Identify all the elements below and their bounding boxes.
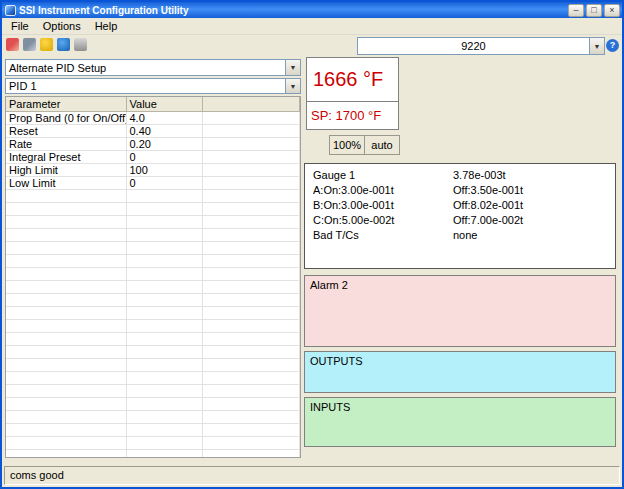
toolbar: 9220 ▼ ? bbox=[2, 35, 622, 57]
table-row[interactable] bbox=[6, 410, 300, 423]
table-row[interactable] bbox=[6, 397, 300, 410]
window-title: SSI Instrument Configuration Utility bbox=[19, 5, 568, 16]
close-button[interactable]: × bbox=[604, 4, 620, 17]
table-row[interactable] bbox=[6, 267, 300, 280]
table-row[interactable] bbox=[6, 280, 300, 293]
title-bar: SSI Instrument Configuration Utility – □… bbox=[2, 2, 622, 18]
table-row[interactable] bbox=[6, 228, 300, 241]
inputs-label: INPUTS bbox=[310, 401, 350, 413]
alarm-panel: Alarm 2 bbox=[304, 275, 616, 347]
status-text: coms good bbox=[4, 466, 620, 485]
menu-options[interactable]: Options bbox=[36, 19, 88, 34]
setup-select[interactable]: Alternate PID Setup ▼ bbox=[5, 59, 301, 76]
main-content: Alternate PID Setup ▼ PID 1 ▼ Parameter … bbox=[2, 57, 622, 464]
left-panel: Alternate PID Setup ▼ PID 1 ▼ Parameter … bbox=[5, 59, 301, 461]
gauge-line: Bad T/Csnone bbox=[313, 228, 607, 243]
app-icon bbox=[5, 5, 16, 16]
menu-help[interactable]: Help bbox=[88, 19, 125, 34]
column-header-value: Value bbox=[126, 97, 202, 111]
table-row[interactable] bbox=[6, 384, 300, 397]
chevron-down-icon[interactable]: ▼ bbox=[589, 38, 604, 54]
menu-bar: File Options Help bbox=[2, 18, 622, 35]
table-row[interactable] bbox=[6, 345, 300, 358]
table-row[interactable] bbox=[6, 358, 300, 371]
table-row[interactable]: Rate0.20 bbox=[6, 137, 300, 150]
table-row[interactable] bbox=[6, 293, 300, 306]
table-row[interactable] bbox=[6, 306, 300, 319]
table-row[interactable]: Prop Band (0 for On/Off)4.0 bbox=[6, 111, 300, 124]
process-value: 1666 °F bbox=[306, 57, 399, 102]
setpoint-display: SP: 1700 °F bbox=[306, 101, 399, 130]
table-row[interactable] bbox=[6, 202, 300, 215]
table-row[interactable]: Low Limit0 bbox=[6, 176, 300, 189]
pid-select-value: PID 1 bbox=[6, 80, 285, 92]
menu-file[interactable]: File bbox=[4, 19, 36, 34]
column-header-parameter: Parameter bbox=[6, 97, 126, 111]
save-icon[interactable] bbox=[23, 38, 36, 51]
maximize-button[interactable]: □ bbox=[586, 4, 602, 17]
outputs-panel: OUTPUTS bbox=[304, 351, 616, 393]
table-row[interactable] bbox=[6, 423, 300, 436]
toolbar-help-icon[interactable]: ? bbox=[606, 39, 619, 52]
table-row[interactable]: Integral Preset0 bbox=[6, 150, 300, 163]
right-panel: 1666 °F SP: 1700 °F 100% auto Gauge 13.7… bbox=[304, 57, 617, 464]
gauge-line: B:On:3.00e-001tOff:8.02e-001t bbox=[313, 198, 607, 213]
status-bar: coms good bbox=[2, 464, 622, 487]
app-window: SSI Instrument Configuration Utility – □… bbox=[0, 0, 624, 489]
output-percent: 100% bbox=[329, 135, 365, 155]
table-row[interactable] bbox=[6, 254, 300, 267]
table-row[interactable] bbox=[6, 449, 300, 458]
alarm-label: Alarm 2 bbox=[310, 279, 348, 291]
table-row[interactable] bbox=[6, 319, 300, 332]
table-row[interactable] bbox=[6, 189, 300, 202]
gauge-panel: Gauge 13.78e-003tA:On:3.00e-001tOff:3.50… bbox=[304, 163, 616, 269]
table-row[interactable] bbox=[6, 241, 300, 254]
column-header-blank bbox=[202, 97, 300, 111]
minimize-button[interactable]: – bbox=[568, 4, 584, 17]
device-select-value: 9220 bbox=[358, 40, 589, 52]
device-select[interactable]: 9220 ▼ bbox=[357, 37, 605, 55]
inputs-panel: INPUTS bbox=[304, 397, 616, 447]
globe-icon[interactable] bbox=[57, 38, 70, 51]
parameter-table: Parameter Value Prop Band (0 for On/Off)… bbox=[5, 96, 301, 458]
help-icon[interactable] bbox=[40, 38, 53, 51]
table-row[interactable]: Reset0.40 bbox=[6, 124, 300, 137]
gauge-line: C:On:5.00e-002tOff:7.00e-002t bbox=[313, 213, 607, 228]
table-row[interactable] bbox=[6, 215, 300, 228]
table-row[interactable] bbox=[6, 436, 300, 449]
setup-select-value: Alternate PID Setup bbox=[6, 62, 285, 74]
connect-icon[interactable] bbox=[6, 38, 19, 51]
gauge-line: Gauge 13.78e-003t bbox=[313, 168, 607, 183]
chevron-down-icon[interactable]: ▼ bbox=[285, 60, 300, 75]
table-row[interactable] bbox=[6, 371, 300, 384]
parameter-table-body: Prop Band (0 for On/Off)4.0Reset0.40Rate… bbox=[6, 111, 300, 458]
print-icon[interactable] bbox=[74, 38, 87, 51]
mode-button[interactable]: auto bbox=[364, 135, 400, 155]
table-row[interactable] bbox=[6, 332, 300, 345]
table-row[interactable]: High Limit100 bbox=[6, 163, 300, 176]
pid-select[interactable]: PID 1 ▼ bbox=[5, 78, 301, 94]
gauge-line: A:On:3.00e-001tOff:3.50e-001t bbox=[313, 183, 607, 198]
outputs-label: OUTPUTS bbox=[310, 355, 363, 367]
gauge-lines: Gauge 13.78e-003tA:On:3.00e-001tOff:3.50… bbox=[313, 168, 607, 243]
chevron-down-icon[interactable]: ▼ bbox=[285, 79, 300, 93]
